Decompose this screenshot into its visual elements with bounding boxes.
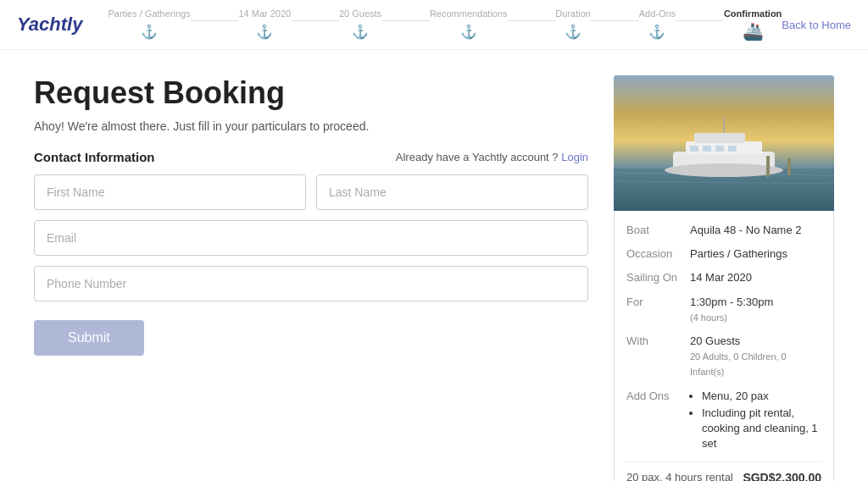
phone-input[interactable] xyxy=(34,266,588,301)
occasion-row: Occasion Parties / Gatherings xyxy=(626,246,821,262)
with-label: With xyxy=(626,334,690,380)
name-row xyxy=(34,174,588,210)
step-line-6 xyxy=(676,20,724,21)
for-value: 1:30pm - 5:30pm (4 hours) xyxy=(690,295,821,325)
anchor-icon-4: ⚓ xyxy=(564,22,582,41)
boat-label: Boat xyxy=(626,223,690,238)
svg-rect-14 xyxy=(787,158,791,175)
svg-rect-12 xyxy=(728,146,737,152)
contact-header: Contact Information Already have a Yacht… xyxy=(34,150,588,164)
form-section: Request Booking Ahoy! We're almost there… xyxy=(34,75,588,481)
svg-rect-11 xyxy=(715,146,724,152)
back-to-home-link[interactable]: Back to Home xyxy=(782,19,851,31)
yacht-image xyxy=(614,75,834,211)
phone-row xyxy=(34,266,588,301)
page-title: Request Booking xyxy=(34,75,588,111)
summary-card: Boat Aquila 48 - No Name 2 Occasion Part… xyxy=(614,75,834,481)
boat-row: Boat Aquila 48 - No Name 2 xyxy=(626,223,821,238)
steps-nav: Parties / Gatherings ⚓ 14 Mar 2020 ⚓ 20 … xyxy=(108,8,782,41)
step-addons[interactable]: Add-Ons ⚓ xyxy=(639,8,676,41)
step-line-5 xyxy=(591,20,639,21)
price-divider xyxy=(626,462,821,462)
svg-rect-13 xyxy=(766,156,770,177)
svg-point-7 xyxy=(665,163,783,177)
step-confirmation[interactable]: Confirmation 🚢 xyxy=(724,8,782,41)
addon-list: Menu, 20 pax Including pit rental, cooki… xyxy=(690,389,821,452)
svg-rect-10 xyxy=(703,146,711,152)
subtitle: Ahoy! We're almost there. Just fill in y… xyxy=(34,119,588,133)
step-date[interactable]: 14 Mar 2020 ⚓ xyxy=(238,8,291,41)
anchor-icon-1: ⚓ xyxy=(255,22,274,41)
anchor-icon-0: ⚓ xyxy=(140,22,159,41)
step-parties[interactable]: Parties / Gatherings ⚓ xyxy=(108,8,190,41)
first-name-input[interactable] xyxy=(34,174,306,210)
rental-price: SGD$2,300.00 xyxy=(743,471,821,481)
anchor-icon-3: ⚓ xyxy=(459,22,478,41)
svg-rect-9 xyxy=(690,146,698,152)
email-input[interactable] xyxy=(34,220,588,256)
account-prompt-text: Already have a Yachtly account ? Login xyxy=(396,151,588,163)
summary-details: Boat Aquila 48 - No Name 2 Occasion Part… xyxy=(614,211,834,481)
submit-button[interactable]: Submit xyxy=(34,320,144,356)
anchor-icon-5: ⚓ xyxy=(648,22,666,41)
addons-label: Add Ons xyxy=(626,389,690,454)
rental-label: 20 pax, 4 hours rental xyxy=(626,471,733,481)
login-link[interactable]: Login xyxy=(561,151,588,163)
main-content: Request Booking Ahoy! We're almost there… xyxy=(0,50,868,481)
list-item: Menu, 20 pax xyxy=(702,389,821,404)
occasion-label: Occasion xyxy=(626,246,690,262)
header: Yachtly Parties / Gatherings ⚓ 14 Mar 20… xyxy=(0,0,868,50)
boat-value: Aquila 48 - No Name 2 xyxy=(690,223,821,238)
anchor-icon-2: ⚓ xyxy=(351,22,370,41)
sailing-row: Sailing On 14 Mar 2020 xyxy=(626,270,821,285)
list-item: Including pit rental, cooking and cleani… xyxy=(702,406,821,452)
rental-price-block: SGD$2,300.00 SGD$115.00 /pax xyxy=(743,471,821,481)
occasion-value: Parties / Gatherings xyxy=(690,246,821,262)
logo: Yachtly xyxy=(17,14,82,36)
email-row xyxy=(34,220,588,256)
step-line-4 xyxy=(508,20,556,21)
boat-icon: 🚢 xyxy=(743,22,762,41)
for-row: For 1:30pm - 5:30pm (4 hours) xyxy=(626,295,821,325)
svg-rect-6 xyxy=(694,133,745,143)
step-recommendations[interactable]: Recommendations ⚓ xyxy=(430,8,508,41)
yacht-photo xyxy=(614,75,834,211)
step-line-1 xyxy=(191,20,239,21)
with-value: 20 Guests 20 Adults, 0 Children, 0 Infan… xyxy=(690,334,821,380)
step-line-3 xyxy=(381,20,430,21)
contact-info-title: Contact Information xyxy=(34,150,155,164)
step-duration[interactable]: Duration ⚓ xyxy=(555,8,591,41)
with-row: With 20 Guests 20 Adults, 0 Children, 0 … xyxy=(626,334,821,380)
for-label: For xyxy=(626,295,690,325)
addons-value: Menu, 20 pax Including pit rental, cooki… xyxy=(690,389,821,454)
last-name-input[interactable] xyxy=(316,174,588,210)
rental-price-row: 20 pax, 4 hours rental SGD$2,300.00 SGD$… xyxy=(626,471,821,481)
step-guests[interactable]: 20 Guests ⚓ xyxy=(339,8,381,41)
step-line-2 xyxy=(291,20,339,21)
sailing-label: Sailing On xyxy=(626,270,690,285)
sailing-value: 14 Mar 2020 xyxy=(690,270,821,285)
addons-row: Add Ons Menu, 20 pax Including pit renta… xyxy=(626,389,821,454)
